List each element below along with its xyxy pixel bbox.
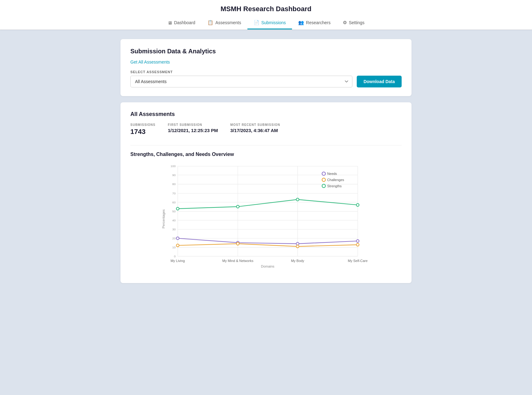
line-chart: Percentages 100 90 80 70 xyxy=(130,163,402,268)
svg-point-37 xyxy=(176,237,179,240)
tab-dashboard[interactable]: 🖥 Dashboard xyxy=(161,17,202,29)
svg-text:80: 80 xyxy=(172,182,176,186)
svg-text:My Mind & Networks: My Mind & Networks xyxy=(222,259,254,263)
svg-point-43 xyxy=(296,245,299,248)
svg-text:90: 90 xyxy=(172,173,176,177)
svg-point-42 xyxy=(237,242,239,245)
submission-data-card: Submission Data & Analytics Get All Asse… xyxy=(120,39,412,96)
first-submission-value: 1/12/2021, 12:25:23 PM xyxy=(168,128,218,133)
most-recent-stat: MOST RECENT SUBMISSION 3/17/2023, 4:36:4… xyxy=(230,123,280,136)
select-row: All Assessments Download Data xyxy=(130,76,402,87)
chart-title: Strengths, Challenges, and Needs Overvie… xyxy=(130,152,402,157)
all-assessments-title: All Assessments xyxy=(130,111,402,118)
submissions-label: SUBMISSIONS xyxy=(130,123,155,126)
tab-researchers[interactable]: 👥 Researchers xyxy=(292,17,337,29)
svg-text:My Body: My Body xyxy=(291,259,304,263)
svg-text:Domains: Domains xyxy=(261,264,275,268)
app-title: MSMH Research Dashboard xyxy=(0,5,532,13)
svg-point-35 xyxy=(296,198,299,201)
svg-text:Needs: Needs xyxy=(327,172,337,175)
submissions-stat: SUBMISSIONS 1743 xyxy=(130,123,155,136)
svg-point-49 xyxy=(322,184,325,188)
svg-text:40: 40 xyxy=(172,219,176,222)
submissions-icon: 📄 xyxy=(254,20,259,25)
download-data-button[interactable]: Download Data xyxy=(357,76,402,87)
most-recent-label: MOST RECENT SUBMISSION xyxy=(230,123,280,126)
svg-text:70: 70 xyxy=(172,192,176,195)
svg-text:60: 60 xyxy=(172,201,176,204)
svg-text:Challenges: Challenges xyxy=(327,178,344,182)
stats-row: SUBMISSIONS 1743 FIRST SUBMISSION 1/12/2… xyxy=(130,123,402,136)
assessment-select[interactable]: All Assessments xyxy=(130,76,352,87)
svg-text:My Living: My Living xyxy=(171,259,185,263)
dashboard-icon: 🖥 xyxy=(168,20,172,25)
get-all-assessments-link[interactable]: Get All Assessments xyxy=(130,60,170,64)
svg-text:50: 50 xyxy=(172,210,176,213)
header: MSMH Research Dashboard 🖥 Dashboard 📋 As… xyxy=(0,0,532,30)
nav-tabs: 🖥 Dashboard 📋 Assessments 📄 Submissions … xyxy=(0,17,532,29)
svg-text:10: 10 xyxy=(172,246,176,249)
select-assessment-label: SELECT ASSESSMENT xyxy=(130,70,402,74)
svg-text:My Self-Care: My Self-Care xyxy=(348,259,368,263)
first-submission-stat: FIRST SUBMISSION 1/12/2021, 12:25:23 PM xyxy=(168,123,218,136)
svg-point-41 xyxy=(176,244,179,247)
svg-point-40 xyxy=(356,240,359,242)
settings-icon: ⚙ xyxy=(343,20,347,25)
most-recent-value: 3/17/2023, 4:36:47 AM xyxy=(230,128,280,133)
page-content: Submission Data & Analytics Get All Asse… xyxy=(114,30,418,299)
submissions-value: 1743 xyxy=(130,128,155,136)
svg-point-36 xyxy=(356,204,359,206)
tab-submissions[interactable]: 📄 Submissions xyxy=(247,17,292,29)
svg-text:20: 20 xyxy=(172,237,176,240)
svg-point-34 xyxy=(237,205,239,208)
chart-container: Percentages 100 90 80 70 xyxy=(130,163,402,274)
svg-point-47 xyxy=(322,178,325,181)
svg-point-45 xyxy=(322,172,325,175)
assessments-icon: 📋 xyxy=(207,20,213,25)
all-assessments-card: All Assessments SUBMISSIONS 1743 FIRST S… xyxy=(120,102,412,283)
svg-text:30: 30 xyxy=(172,228,176,231)
svg-text:Percentages: Percentages xyxy=(162,209,165,229)
submission-card-title: Submission Data & Analytics xyxy=(130,48,402,55)
svg-text:0: 0 xyxy=(174,255,176,258)
researchers-icon: 👥 xyxy=(298,20,304,25)
svg-point-44 xyxy=(356,243,359,246)
first-submission-label: FIRST SUBMISSION xyxy=(168,123,218,126)
tab-assessments[interactable]: 📋 Assessments xyxy=(201,17,247,29)
svg-point-39 xyxy=(296,242,299,245)
svg-text:100: 100 xyxy=(171,164,176,168)
tab-settings[interactable]: ⚙ Settings xyxy=(337,17,371,29)
svg-text:Strengths: Strengths xyxy=(327,184,342,188)
svg-point-33 xyxy=(176,207,179,210)
divider xyxy=(130,145,402,145)
